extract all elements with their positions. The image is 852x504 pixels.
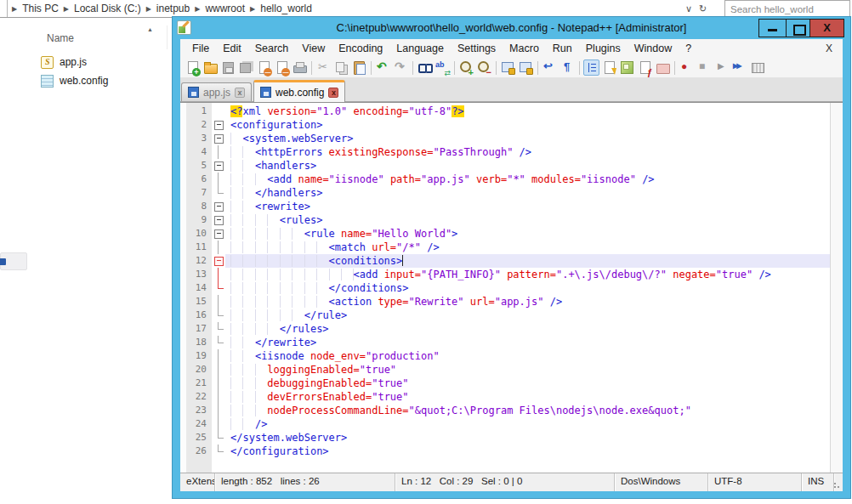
save-all-icon[interactable] bbox=[238, 59, 254, 76]
fold-margin bbox=[212, 241, 225, 254]
function-list-icon[interactable] bbox=[637, 59, 653, 76]
fold-collapse-icon[interactable] bbox=[212, 227, 225, 241]
chevron-right-icon: ▶ bbox=[193, 5, 202, 13]
menu-search[interactable]: Search bbox=[248, 41, 296, 56]
macro-stop-icon[interactable] bbox=[696, 59, 713, 76]
close-button[interactable] bbox=[809, 19, 844, 37]
cut-icon[interactable] bbox=[315, 59, 332, 76]
tab-close-icon[interactable]: x bbox=[235, 88, 245, 98]
sort-ascending-icon[interactable]: ▲ bbox=[147, 26, 153, 32]
word-wrap-icon[interactable] bbox=[542, 59, 558, 76]
breadcrumb-item-wwwroot[interactable]: wwwroot bbox=[202, 3, 248, 14]
title-bar[interactable]: C:\inetpub\wwwroot\hello_world\web.confi… bbox=[173, 17, 850, 39]
macro-run-multiple-icon[interactable] bbox=[732, 59, 748, 76]
code-editor[interactable]: 1<?xml version="1.0" encoding="utf-8"?>2… bbox=[180, 102, 843, 473]
paste-icon[interactable] bbox=[351, 59, 367, 76]
window-title: C:\inetpub\wwwroot\hello_world\web.confi… bbox=[173, 17, 850, 39]
breadcrumb-item-hello-world[interactable]: hello_world bbox=[257, 3, 315, 14]
line-number: 21 bbox=[180, 377, 212, 390]
zoom-in-icon[interactable] bbox=[458, 59, 474, 76]
fold-collapse-icon[interactable] bbox=[212, 254, 225, 268]
fold-margin bbox=[212, 404, 225, 417]
file-row[interactable]: web.config bbox=[41, 71, 168, 90]
find-icon[interactable] bbox=[417, 59, 433, 76]
tab-close-icon[interactable]: x bbox=[328, 88, 338, 98]
breadcrumb: ▶This PC▶Local Disk (C:)▶inetpub▶wwwroot… bbox=[10, 0, 315, 17]
editor-line: 24 /> bbox=[180, 417, 830, 431]
menu-edit[interactable]: Edit bbox=[216, 41, 248, 56]
editor-line: 1<?xml version="1.0" encoding="utf-8"?> bbox=[180, 105, 830, 118]
save-icon[interactable] bbox=[220, 59, 236, 76]
close-all-icon[interactable] bbox=[274, 59, 290, 76]
menu-run[interactable]: Run bbox=[546, 41, 579, 56]
resize-grip[interactable] bbox=[834, 473, 843, 491]
fold-collapse-icon[interactable] bbox=[212, 118, 225, 132]
zoom-out-icon[interactable] bbox=[476, 59, 492, 76]
tab-web-config[interactable]: web.configx bbox=[253, 80, 345, 102]
line-number: 17 bbox=[180, 322, 212, 336]
macro-play-icon[interactable] bbox=[714, 59, 730, 76]
breadcrumb-item-local-disk-c-[interactable]: Local Disk (C:) bbox=[71, 3, 145, 14]
name-column-header[interactable]: Name bbox=[47, 32, 74, 44]
menu-language[interactable]: Language bbox=[389, 41, 451, 56]
document-close-x[interactable]: X bbox=[826, 42, 838, 54]
refresh-icon[interactable]: ↻ bbox=[699, 3, 707, 14]
breadcrumb-item-inetpub[interactable]: inetpub bbox=[153, 3, 193, 14]
vertical-scrollbar[interactable] bbox=[830, 103, 843, 473]
close-icon[interactable] bbox=[256, 59, 272, 76]
file-row[interactable]: app.js bbox=[41, 53, 168, 71]
menu-file[interactable]: File bbox=[185, 41, 216, 56]
status-bar: eXtensi length : 852 lines : 26 Ln : 12 … bbox=[180, 473, 843, 491]
search-input[interactable] bbox=[725, 2, 849, 18]
line-number: 3 bbox=[180, 132, 212, 145]
indent-guide-icon[interactable] bbox=[583, 59, 599, 76]
macro-save-icon[interactable] bbox=[750, 59, 766, 76]
sync-vertical-icon[interactable] bbox=[500, 59, 516, 76]
fold-collapse-icon[interactable] bbox=[212, 200, 225, 213]
document-map-icon[interactable] bbox=[619, 59, 635, 76]
replace-icon[interactable] bbox=[435, 59, 451, 76]
menu-plugins[interactable]: Plugins bbox=[579, 41, 628, 56]
toolbar-separator bbox=[454, 61, 455, 75]
fold-collapse-icon[interactable] bbox=[212, 213, 225, 227]
open-file-icon[interactable] bbox=[202, 59, 219, 76]
define-language-icon[interactable] bbox=[601, 59, 617, 76]
code-text: debuggingEnabled="true" bbox=[230, 377, 830, 390]
menu-encoding[interactable]: Encoding bbox=[332, 41, 389, 56]
maximize-button[interactable] bbox=[786, 19, 810, 37]
address-dropdown-icon[interactable]: ∨ bbox=[685, 3, 692, 14]
show-all-characters-icon[interactable] bbox=[559, 59, 576, 76]
editor-line: 2<configuration> bbox=[180, 118, 830, 132]
folder-as-workspace-icon[interactable] bbox=[655, 59, 671, 76]
editor-line: 17 </rules> bbox=[180, 322, 830, 336]
line-number: 14 bbox=[180, 281, 212, 295]
nav-pane-selected-item[interactable] bbox=[0, 252, 27, 270]
fold-margin bbox=[212, 390, 225, 404]
minimize-button[interactable] bbox=[758, 19, 787, 37]
toolbar-separator bbox=[537, 61, 538, 75]
editor-line: 21 debuggingEnabled="true" bbox=[180, 377, 830, 390]
tab-app-js[interactable]: app.jsx bbox=[181, 82, 252, 101]
menu-help[interactable]: ? bbox=[679, 41, 698, 56]
editor-line: 8 <rewrite> bbox=[180, 200, 830, 213]
sync-horizontal-icon[interactable] bbox=[518, 59, 534, 76]
undo-icon[interactable] bbox=[375, 59, 391, 76]
fold-collapse-icon[interactable] bbox=[212, 159, 225, 173]
fold-collapse-icon[interactable] bbox=[212, 132, 225, 145]
breadcrumb-item-this-pc[interactable]: This PC bbox=[19, 3, 62, 14]
code-text: <rewrite> bbox=[230, 200, 830, 213]
fold-margin bbox=[212, 445, 225, 458]
menu-view[interactable]: View bbox=[295, 41, 332, 56]
new-file-icon[interactable] bbox=[185, 59, 201, 76]
copy-icon[interactable] bbox=[333, 59, 349, 76]
code-text: <match url="/*" /> bbox=[230, 241, 830, 254]
fold-margin bbox=[212, 417, 225, 431]
menu-window[interactable]: Window bbox=[628, 41, 679, 56]
line-number: 1 bbox=[180, 105, 212, 118]
chevron-right-icon: ▶ bbox=[62, 5, 71, 13]
redo-icon[interactable] bbox=[393, 59, 409, 76]
menu-settings[interactable]: Settings bbox=[451, 41, 503, 56]
menu-macro[interactable]: Macro bbox=[503, 41, 546, 56]
macro-record-icon[interactable] bbox=[679, 59, 695, 76]
print-icon[interactable] bbox=[292, 59, 308, 76]
